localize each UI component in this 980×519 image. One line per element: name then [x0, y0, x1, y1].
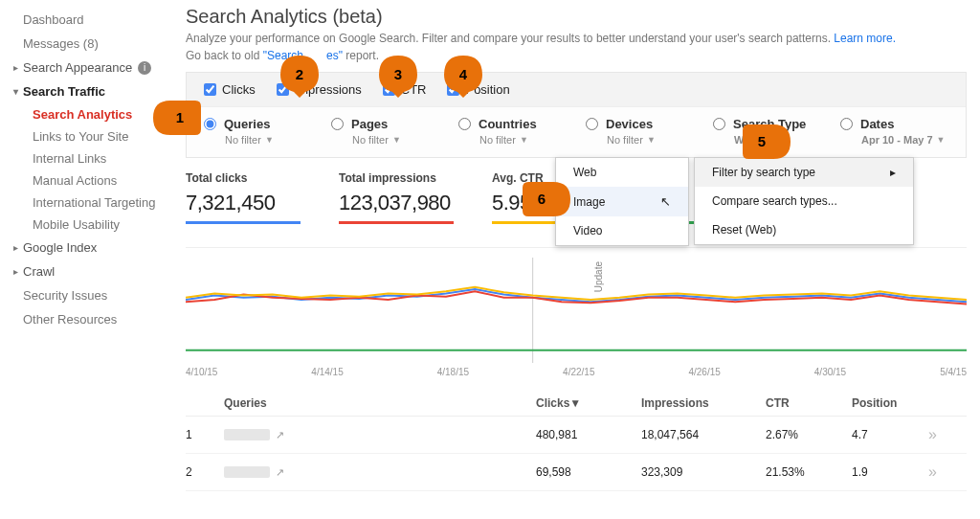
- dim-dates-radio[interactable]: [840, 118, 853, 130]
- stat-total-impressions: Total impressions 123,037,980: [339, 171, 482, 224]
- dim-searchtype-radio[interactable]: [713, 118, 725, 130]
- chart-tick: 4/30/15: [814, 367, 846, 377]
- dim-searchtype-filter[interactable]: Web▼: [713, 134, 821, 146]
- dd-item-filter-by-type[interactable]: Filter by search type▸: [695, 158, 913, 187]
- learn-more-link[interactable]: Learn more.: [834, 32, 896, 45]
- chart-tick: 4/14/15: [311, 367, 343, 377]
- metric-position-checkbox[interactable]: [447, 83, 459, 96]
- chart-tick: 4/22/15: [563, 367, 594, 377]
- sidebar: Dashboard Messages (8) ▸Search Appearanc…: [0, 0, 172, 510]
- cell-impressions: 323,309: [641, 465, 766, 479]
- sidebar-group-crawl[interactable]: ▸Crawl: [10, 260, 167, 283]
- sidebar-item-mobile-usability[interactable]: Mobile Usability: [10, 214, 167, 236]
- filters-panel: Clicks Impressions CTR Position Queries …: [186, 72, 967, 158]
- metric-impressions[interactable]: Impressions: [277, 82, 362, 97]
- chart-tick: 4/18/15: [437, 367, 469, 377]
- dd-item-web[interactable]: Web: [556, 158, 688, 187]
- dd-item-image[interactable]: Image↖: [556, 187, 688, 216]
- dim-devices-radio[interactable]: [586, 118, 598, 130]
- page-title: Search Analytics (beta): [186, 6, 967, 28]
- th-ctr[interactable]: CTR: [766, 396, 852, 410]
- query-text-redacted: [224, 429, 270, 440]
- chevron-down-icon: ▼: [265, 135, 274, 145]
- metric-clicks[interactable]: Clicks: [204, 82, 256, 97]
- sidebar-group-search-appearance[interactable]: ▸Search Appearancei: [10, 56, 167, 79]
- sidebar-label: Search Appearance: [23, 60, 132, 75]
- sidebar-item-search-analytics[interactable]: Search Analytics: [10, 103, 167, 125]
- external-link-icon[interactable]: ↗: [276, 466, 284, 479]
- stat-total-clicks: Total clicks 7,321,450: [186, 171, 329, 224]
- chart-tick: 4/26/15: [688, 367, 720, 377]
- th-impressions[interactable]: Impressions: [641, 396, 766, 410]
- svg-text:1: 1: [176, 109, 184, 125]
- metric-impressions-checkbox[interactable]: [277, 83, 289, 96]
- sidebar-item-internal-links[interactable]: Internal Links: [10, 147, 167, 169]
- table-row[interactable]: 1 ↗ 480,981 18,047,564 2.67% 4.7 »: [186, 417, 967, 454]
- metric-clicks-checkbox[interactable]: [204, 83, 216, 96]
- sidebar-group-search-traffic[interactable]: ▾Search Traffic: [10, 79, 167, 103]
- chart-container: Update 4/10/154/14/154/18/154/22/154/26/…: [186, 247, 967, 377]
- dropdown-device-submenu: Web Image↖ Video: [555, 157, 689, 246]
- table-header-row: Queries Clicks▼ Impressions CTR Position: [186, 391, 967, 417]
- info-icon: i: [138, 61, 151, 75]
- results-table: Queries Clicks▼ Impressions CTR Position…: [186, 391, 967, 491]
- chart-x-axis: 4/10/154/14/154/18/154/22/154/26/154/30/…: [186, 363, 967, 377]
- chevron-down-icon: ▼: [392, 135, 401, 145]
- page-subtitle: Analyze your performance on Google Searc…: [186, 32, 967, 45]
- sidebar-label: Other Resources: [23, 312, 117, 327]
- dimension-countries[interactable]: Countries No filter▼: [458, 117, 567, 146]
- row-index: 2: [186, 465, 224, 479]
- stat-label: Total impressions: [339, 171, 475, 185]
- dimension-dates[interactable]: Dates Apr 10 - May 7▼: [840, 117, 948, 146]
- dd-item-video[interactable]: Video: [556, 216, 688, 245]
- stat-label: Total clicks: [186, 171, 322, 185]
- external-link-icon[interactable]: ↗: [276, 429, 284, 441]
- dim-countries-radio[interactable]: [458, 118, 471, 130]
- cell-impressions: 18,047,564: [641, 428, 766, 441]
- cell-ctr: 21.53%: [766, 465, 852, 479]
- row-expand-button[interactable]: »: [928, 426, 967, 443]
- dim-queries-filter[interactable]: No filter▼: [204, 134, 312, 146]
- query-text-redacted: [224, 466, 270, 478]
- dim-dates-filter[interactable]: Apr 10 - May 7▼: [840, 134, 948, 146]
- sidebar-label: Security Issues: [23, 288, 107, 303]
- th-position[interactable]: Position: [852, 396, 928, 410]
- dim-pages-radio[interactable]: [331, 118, 344, 130]
- cell-ctr: 2.67%: [766, 428, 852, 441]
- sidebar-item-links-to-site[interactable]: Links to Your Site: [10, 125, 167, 147]
- sidebar-item-manual-actions[interactable]: Manual Actions: [10, 169, 167, 192]
- sidebar-item-dashboard[interactable]: Dashboard: [10, 8, 167, 32]
- row-expand-button[interactable]: »: [928, 463, 967, 481]
- metric-position[interactable]: Position: [447, 82, 509, 97]
- main-content: Search Analytics (beta) Analyze your per…: [172, 0, 980, 510]
- chevron-right-icon: ▸: [890, 166, 896, 179]
- dim-queries-radio[interactable]: [204, 118, 216, 130]
- sidebar-group-google-index[interactable]: ▸Google Index: [10, 236, 167, 260]
- sidebar-item-messages[interactable]: Messages (8): [10, 32, 167, 56]
- sidebar-label: Messages (8): [23, 36, 99, 51]
- dd-item-compare[interactable]: Compare search types...: [695, 187, 913, 215]
- dim-pages-filter[interactable]: No filter▼: [331, 134, 439, 146]
- sidebar-item-security[interactable]: Security Issues: [10, 283, 167, 307]
- metric-ctr-checkbox[interactable]: [383, 83, 395, 96]
- dimension-search-type[interactable]: Search Type Web▼: [713, 117, 821, 146]
- sidebar-item-other-resources[interactable]: Other Resources: [10, 307, 167, 331]
- chevron-down-icon: ▼: [520, 135, 528, 145]
- go-back-note: Go back to old "Searchqueres" report.: [186, 49, 967, 62]
- dimension-devices[interactable]: Devices No filter▼: [586, 117, 694, 146]
- cell-position: 1.9: [852, 465, 928, 479]
- dim-devices-filter[interactable]: No filter▼: [586, 134, 694, 146]
- th-queries[interactable]: Queries: [224, 396, 536, 410]
- dimension-queries[interactable]: Queries No filter▼: [204, 117, 312, 146]
- th-clicks[interactable]: Clicks▼: [536, 396, 641, 410]
- sidebar-item-intl-targeting[interactable]: International Targeting: [10, 192, 167, 214]
- metric-ctr[interactable]: CTR: [383, 82, 427, 97]
- dimension-pages[interactable]: Pages No filter▼: [331, 117, 439, 146]
- old-report-link[interactable]: "Searchqueres": [263, 49, 343, 62]
- sidebar-label: Google Index: [23, 240, 97, 255]
- sidebar-label: Dashboard: [23, 12, 84, 27]
- dd-item-reset[interactable]: Reset (Web): [695, 215, 913, 244]
- table-row[interactable]: 2 ↗ 69,598 323,309 21.53% 1.9 »: [186, 454, 967, 491]
- dim-countries-filter[interactable]: No filter▼: [458, 134, 567, 146]
- dimensions-row: Queries No filter▼ Pages No filter▼ Coun…: [187, 107, 966, 157]
